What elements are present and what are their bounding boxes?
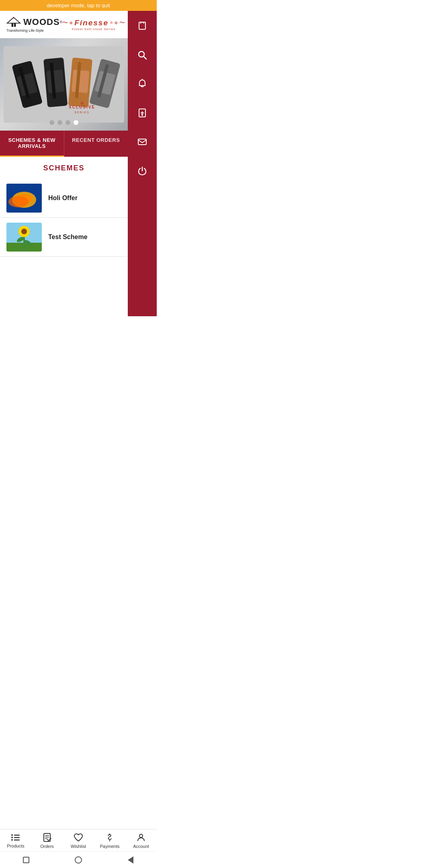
tab-recent-orders[interactable]: RECENT ORDERS [64, 131, 128, 157]
search-icon[interactable] [133, 46, 151, 64]
app-wrapper: WOODS ® Transforming Life-Style 〜 ✿ Fine… [0, 11, 157, 316]
svg-text:XCLUSIVE: XCLUSIVE [69, 105, 95, 109]
holi-image [6, 184, 42, 213]
svg-rect-2 [14, 23, 16, 27]
right-sidebar [128, 11, 157, 316]
svg-rect-10 [47, 70, 65, 93]
developer-banner-text: developer mode, tap to quit [47, 2, 110, 8]
banner-slider[interactable]: XCLUSIVE SERIES ✿ [0, 38, 128, 131]
dot-3[interactable] [66, 120, 70, 125]
download-icon[interactable] [133, 104, 151, 122]
sunflower-image [6, 223, 42, 252]
woods-logo: WOODS ® Transforming Life-Style [6, 16, 62, 33]
woods-tagline: Transforming Life-Style [6, 29, 44, 33]
scheme-item-test[interactable]: Test Scheme [0, 218, 128, 257]
svg-rect-32 [139, 22, 145, 29]
dot-2[interactable] [57, 120, 62, 125]
scheme-thumbnail-sunflower [6, 223, 42, 252]
finesse-name: Finesse [74, 18, 108, 27]
mail-icon[interactable] [133, 133, 151, 151]
finesse-registered: ® [110, 21, 113, 25]
svg-point-24 [8, 196, 29, 207]
svg-text:SERIES: SERIES [74, 111, 90, 114]
header: WOODS ® Transforming Life-Style 〜 ✿ Fine… [0, 11, 128, 38]
tabs-container: SCHEMES & NEW ARRIVALS RECENT ORDERS [0, 131, 128, 157]
finesse-logo: 〜 ✿ Finesse ® ✿ 〜 Finest Soft-close Seri… [62, 18, 125, 31]
handles-illustration: XCLUSIVE SERIES ✿ [4, 46, 124, 123]
content-area: SCHEMES Ho [0, 157, 128, 297]
svg-rect-39 [138, 139, 146, 145]
tab-schemes-new-arrivals[interactable]: SCHEMES & NEW ARRIVALS [0, 131, 64, 157]
scheme-name-holi: Holi Offer [48, 194, 78, 202]
cart-icon[interactable] [133, 17, 151, 35]
svg-rect-1 [12, 23, 13, 27]
banner-image: XCLUSIVE SERIES ✿ [0, 38, 128, 131]
power-icon[interactable] [133, 162, 151, 180]
finesse-right-swirl: 〜 [119, 19, 125, 27]
scheme-thumbnail-holi [6, 184, 42, 213]
woods-name: WOODS [23, 17, 60, 27]
svg-line-34 [143, 56, 146, 59]
svg-rect-13 [72, 70, 90, 93]
scheme-item-holi[interactable]: Holi Offer [0, 179, 128, 218]
scheme-name-test: Test Scheme [48, 233, 88, 241]
finesse-flower-right: ✿ [115, 21, 118, 25]
woods-roof-icon [6, 16, 21, 28]
main-content: WOODS ® Transforming Life-Style 〜 ✿ Fine… [0, 11, 128, 316]
dot-1[interactable] [49, 120, 54, 125]
dot-4[interactable] [74, 120, 78, 125]
finesse-tagline: Finest Soft-close Series [72, 27, 115, 31]
finesse-flower-left: ✿ [70, 21, 73, 25]
schemes-section: SCHEMES Ho [0, 157, 128, 257]
developer-mode-banner[interactable]: developer mode, tap to quit [0, 0, 157, 11]
bell-icon[interactable] [133, 75, 151, 93]
schemes-title: SCHEMES [0, 164, 128, 172]
finesse-left-swirl: 〜 [62, 19, 68, 27]
svg-text:✿: ✿ [80, 101, 84, 105]
woods-registered: ® [60, 20, 63, 24]
slider-dots[interactable] [49, 120, 78, 125]
svg-point-31 [21, 229, 27, 234]
